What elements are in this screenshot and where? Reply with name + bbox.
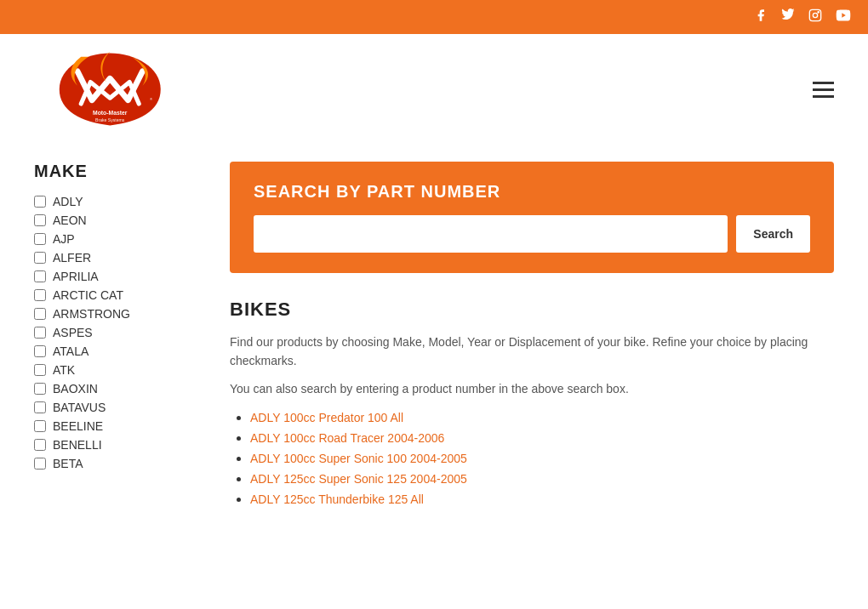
make-label-baoxin[interactable]: BAOXIN [53,382,98,396]
content-area: SEARCH BY PART NUMBER Search BIKES Find … [230,162,834,512]
bike-link-1[interactable]: ADLY 100cc Road Tracer 2004-2006 [250,431,444,445]
make-item: ATALA [34,344,204,358]
facebook-icon[interactable] [754,9,768,26]
make-label-beeline[interactable]: BEELINE [53,419,103,433]
make-item: ATK [34,363,204,377]
bike-list-item: ADLY 125cc Super Sonic 125 2004-2005 [250,471,834,487]
make-label-beta[interactable]: BETA [53,457,83,470]
logo-area: Moto-Master Brake Systems ® [34,43,179,136]
make-list: ADLYAEONAJPALFERAPRILIAARCTIC CATARMSTRO… [34,195,204,470]
make-item: ARMSTRONG [34,307,204,321]
svg-rect-0 [809,9,820,20]
bikes-section: BIKES Find our products by choosing Make… [230,299,834,507]
make-item: BAOXIN [34,382,204,396]
search-button[interactable]: Search [736,215,810,253]
bike-link-4[interactable]: ADLY 125cc Thunderbike 125 All [250,492,424,506]
make-item: BEELINE [34,419,204,433]
logo: Moto-Master Brake Systems ® [34,43,179,136]
make-checkbox-baoxin[interactable] [34,383,46,395]
make-item: BENELLI [34,438,204,452]
make-item: BETA [34,457,204,470]
make-checkbox-aeon[interactable] [34,214,46,226]
make-label-benelli[interactable]: BENELLI [53,438,102,452]
hamburger-menu-button[interactable] [813,82,834,98]
make-checkbox-alfer[interactable] [34,252,46,264]
make-label-arctic_cat[interactable]: ARCTIC CAT [53,288,123,302]
bikes-list: ADLY 100cc Predator 100 AllADLY 100cc Ro… [230,410,834,507]
make-checkbox-aprilia[interactable] [34,270,46,282]
make-item: AEON [34,213,204,227]
hamburger-line-3 [813,95,834,98]
twitter-icon[interactable] [781,9,795,26]
make-item: APRILIA [34,270,204,283]
make-checkbox-atk[interactable] [34,364,46,376]
bike-list-item: ADLY 100cc Road Tracer 2004-2006 [250,430,834,446]
bike-link-0[interactable]: ADLY 100cc Predator 100 All [250,411,403,424]
make-item: ADLY [34,195,204,208]
bike-list-item: ADLY 125cc Thunderbike 125 All [250,492,834,507]
make-checkbox-armstrong[interactable] [34,308,46,320]
make-item: ARCTIC CAT [34,288,204,302]
header: Moto-Master Brake Systems ® [0,34,868,145]
make-label-atk[interactable]: ATK [53,363,75,377]
make-checkbox-beeline[interactable] [34,420,46,432]
hamburger-line-1 [813,82,834,84]
make-label-adly[interactable]: ADLY [53,195,83,208]
make-item: BATAVUS [34,401,204,414]
make-label-aeon[interactable]: AEON [53,213,87,227]
svg-text:Moto-Master: Moto-Master [93,110,128,116]
bike-link-2[interactable]: ADLY 100cc Super Sonic 100 2004-2005 [250,452,467,465]
svg-point-1 [813,13,817,17]
make-checkbox-batavus[interactable] [34,401,46,413]
make-label-alfer[interactable]: ALFER [53,251,91,265]
make-checkbox-adly[interactable] [34,196,46,208]
bike-link-3[interactable]: ADLY 125cc Super Sonic 125 2004-2005 [250,472,467,486]
search-row: Search [254,215,810,253]
make-item: ASPES [34,326,204,339]
make-checkbox-atala[interactable] [34,345,46,357]
make-item: AJP [34,232,204,246]
part-number-search-input[interactable] [254,215,728,253]
make-label-atala[interactable]: ATALA [53,344,89,358]
hamburger-line-2 [813,88,834,91]
sidebar-title: MAKE [34,162,204,181]
bike-list-item: ADLY 100cc Predator 100 All [250,410,834,425]
make-label-armstrong[interactable]: ARMSTRONG [53,307,130,321]
search-box-title: SEARCH BY PART NUMBER [254,182,810,202]
search-box: SEARCH BY PART NUMBER Search [230,162,834,273]
make-item: ALFER [34,251,204,265]
make-checkbox-beta[interactable] [34,458,46,470]
bike-list-item: ADLY 100cc Super Sonic 100 2004-2005 [250,451,834,466]
bikes-desc1: Find our products by choosing Make, Mode… [230,333,834,371]
sidebar: MAKE ADLYAEONAJPALFERAPRILIAARCTIC CATAR… [34,162,204,512]
bikes-title: BIKES [230,299,834,321]
make-label-aspes[interactable]: ASPES [53,326,93,339]
make-checkbox-aspes[interactable] [34,327,46,339]
bikes-desc2: You can also search by entering a produc… [230,379,834,398]
make-label-ajp[interactable]: AJP [53,232,75,246]
make-checkbox-benelli[interactable] [34,439,46,451]
top-bar [0,0,868,34]
svg-text:Brake Systems: Brake Systems [95,117,125,122]
make-label-aprilia[interactable]: APRILIA [53,270,99,283]
youtube-icon[interactable] [836,9,851,25]
instagram-icon[interactable] [808,9,822,26]
make-checkbox-arctic_cat[interactable] [34,289,46,301]
make-checkbox-ajp[interactable] [34,233,46,245]
svg-point-2 [818,12,819,13]
main-content: MAKE ADLYAEONAJPALFERAPRILIAARCTIC CATAR… [0,145,868,529]
make-label-batavus[interactable]: BATAVUS [53,401,106,414]
